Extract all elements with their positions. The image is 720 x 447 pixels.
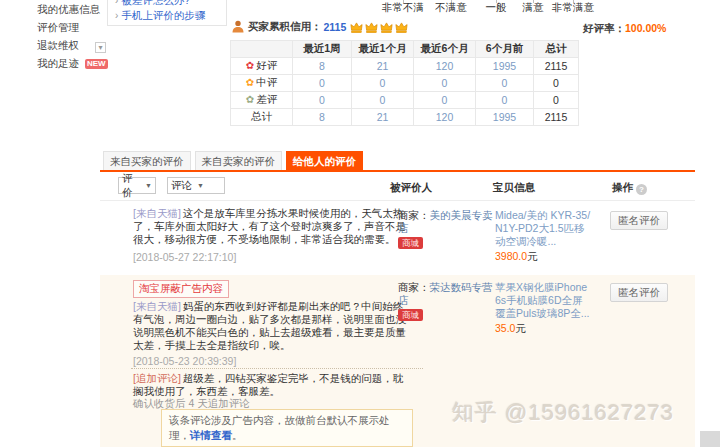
scale-label-very-unsatisfied: 非常不满 xyxy=(382,1,424,15)
buyer-credit-line: 买家累积信用： 2115 xyxy=(232,20,408,34)
crown-icon xyxy=(350,22,363,33)
review-tabs: 来自买家的评价 来自卖家的评价 给他人的评价 xyxy=(103,151,367,170)
table-row-neutral: ✿中评 0 0 0 0 0 xyxy=(231,75,579,92)
chevron-down-icon: ▼ xyxy=(197,182,204,189)
blocked-ad-tag: 淘宝屏蔽广告内容 xyxy=(133,280,229,298)
review-management-page: 我的优惠信息 评价管理 退款维权▾ 我的足迹NEW ›被差评怎么办? ›手机上评… xyxy=(0,0,720,447)
header-item-info: 宝贝信息 xyxy=(493,181,535,195)
append-comment: [追加评论]超级差，四钻买家鉴定完毕，不是钱的问题，耽搁我使用了，东西差，客服差… xyxy=(133,372,407,398)
product-cell: Midea/美的 KYR-35/N1Y-PD2大1.5匹移动空调冷暖... 39… xyxy=(495,209,592,263)
sidebar-item-coupons[interactable]: 我的优惠信息 xyxy=(37,3,108,15)
scale-label-very-satisfied: 非常满意 xyxy=(552,1,594,15)
review-text: [来自天猫]这个是放车库里分拣水果时候使用的，天气太热了，车库外面太阳好大，有了… xyxy=(133,207,407,246)
price: 35.0元 xyxy=(495,322,592,335)
help-link-mobile-steps[interactable]: ›手机上评价的步骤 xyxy=(115,8,226,23)
sidebar-item-footprints[interactable]: 我的足迹NEW xyxy=(37,57,108,69)
scale-label-unsatisfied: 不满意 xyxy=(435,1,467,15)
divider xyxy=(131,368,423,369)
seller-label: 商家： xyxy=(398,209,430,221)
review-text: [来自天猫]妈蛋的东西收到好评都是刷出来的吧？中间始终有气泡，周边一圈白边，贴了… xyxy=(133,300,407,352)
zhihu-watermark: 知乎 @15961627273 xyxy=(452,398,674,428)
positive-rate-label: 好评率： xyxy=(583,22,625,34)
bad-review-icon: ✿ xyxy=(246,94,254,105)
ad-notice-box: 该条评论涉及广告内容，故做前台默认不展示处理，详情查看。 xyxy=(161,409,413,447)
anonymous-review-button[interactable]: 匿名评价 xyxy=(610,283,668,302)
credit-label: 买家累积信用： xyxy=(248,20,322,34)
append-tag: [追加评论] xyxy=(133,372,181,384)
col-last-month: 最近1个月 xyxy=(352,41,414,58)
review-item-1: [来自天猫]这个是放车库里分拣水果时候使用的，天气太热了，车库外面太阳好大，有了… xyxy=(100,201,695,275)
col-last-6-months: 最近6个月 xyxy=(414,41,476,58)
collapse-icon[interactable]: ▾ xyxy=(95,42,106,53)
review-date: [2018-05-23 20:39:39] xyxy=(133,355,236,367)
sidebar-item-label: 退款维权 xyxy=(37,39,79,51)
rating-filter-select[interactable]: 评价▼ xyxy=(118,177,156,194)
neutral-review-icon: ✿ xyxy=(246,77,254,88)
product-link[interactable]: Midea/美的 KYR-35/N1Y-PD2大1.5匹移动空调冷暖... xyxy=(495,209,590,247)
sidebar-item-label: 我的足迹 xyxy=(37,57,79,69)
tab-to-others[interactable]: 给他人的评价 xyxy=(286,151,363,170)
credit-stats-table: 最近1周 最近1个月 最近6个月 6个月前 总计 ✿好评 8 21 120 19… xyxy=(230,40,579,126)
buyer-icon xyxy=(232,20,244,35)
positive-rate-value: 100.00% xyxy=(625,22,666,34)
table-header-row: 最近1周 最近1个月 最近6个月 6个月前 总计 xyxy=(231,41,579,58)
table-row-total: 总计 8 21 120 1995 2115 xyxy=(231,109,579,126)
help-link-bad-review[interactable]: ›被差评怎么办? xyxy=(115,0,226,8)
col-before-6-months: 6个月前 xyxy=(476,41,534,58)
product-link[interactable]: 苹果X钢化膜iPhone6s手机贴膜6D全屏覆盖Puls玻璃8P全... xyxy=(495,281,590,319)
source-tag: [来自天猫] xyxy=(133,207,181,219)
new-badge: NEW xyxy=(85,59,108,69)
chevron-down-icon: ▼ xyxy=(145,182,152,189)
col-total: 总计 xyxy=(534,41,579,58)
seller-cell: 商家：荣达数码专营店 商城 xyxy=(398,281,494,321)
mall-badge: 商城 xyxy=(398,237,423,249)
anonymous-review-button[interactable]: 匿名评价 xyxy=(610,211,668,230)
seller-label: 商家： xyxy=(398,281,430,293)
source-tag: [来自天猫] xyxy=(133,300,181,312)
table-row-good: ✿好评 8 21 120 1995 2115 xyxy=(231,58,579,75)
good-review-icon: ✿ xyxy=(246,60,254,71)
crown-icon xyxy=(380,22,393,33)
arrow-icon: › xyxy=(115,10,118,21)
table-row-bad: ✿差评 0 0 0 0 0 xyxy=(231,92,579,109)
comment-filter-select[interactable]: 评论▼ xyxy=(167,177,225,194)
scale-label-satisfied: 满意 xyxy=(523,1,544,15)
col-last-week: 最近1周 xyxy=(293,41,352,58)
seller-cell: 商家：美的美晨专卖店 商城 xyxy=(398,209,494,249)
crown-icon xyxy=(365,22,378,33)
scale-label-neutral: 一般 xyxy=(486,1,507,15)
tab-underline xyxy=(100,170,695,172)
sidebar-item-refund-rights[interactable]: 退款维权▾ xyxy=(37,39,108,51)
crown-icon xyxy=(395,22,408,33)
review-date: [2018-05-27 22:17:10] xyxy=(133,251,236,263)
price: 3980.0元 xyxy=(495,250,592,263)
header-ratee: 被评价人 xyxy=(390,181,432,195)
crown-rank xyxy=(350,22,408,33)
mall-badge: 商城 xyxy=(398,309,423,321)
tab-from-sellers[interactable]: 来自卖家的评价 xyxy=(195,151,283,170)
help-icon[interactable]: ? xyxy=(636,184,647,195)
sidebar-item-review-management[interactable]: 评价管理 xyxy=(37,21,108,33)
sidebar: 我的优惠信息 评价管理 退款维权▾ 我的足迹NEW xyxy=(37,3,108,75)
positive-rate: 好评率：100.00% xyxy=(583,22,666,36)
help-links-panel: ›被差评怎么办? ›手机上评价的步骤 xyxy=(107,0,227,26)
product-cell: 苹果X钢化膜iPhone6s手机贴膜6D全屏覆盖Puls玻璃8P全... 35.… xyxy=(495,281,592,335)
tab-from-buyers[interactable]: 来自买家的评价 xyxy=(103,151,191,170)
header-action: 操作? xyxy=(612,181,647,195)
credit-score[interactable]: 2115 xyxy=(324,21,347,33)
detail-view-link[interactable]: 详情查看 xyxy=(190,429,232,441)
scroll-corner xyxy=(700,431,720,447)
arrow-icon: › xyxy=(115,0,118,6)
filter-row: 评价▼ 评论▼ xyxy=(118,177,225,194)
